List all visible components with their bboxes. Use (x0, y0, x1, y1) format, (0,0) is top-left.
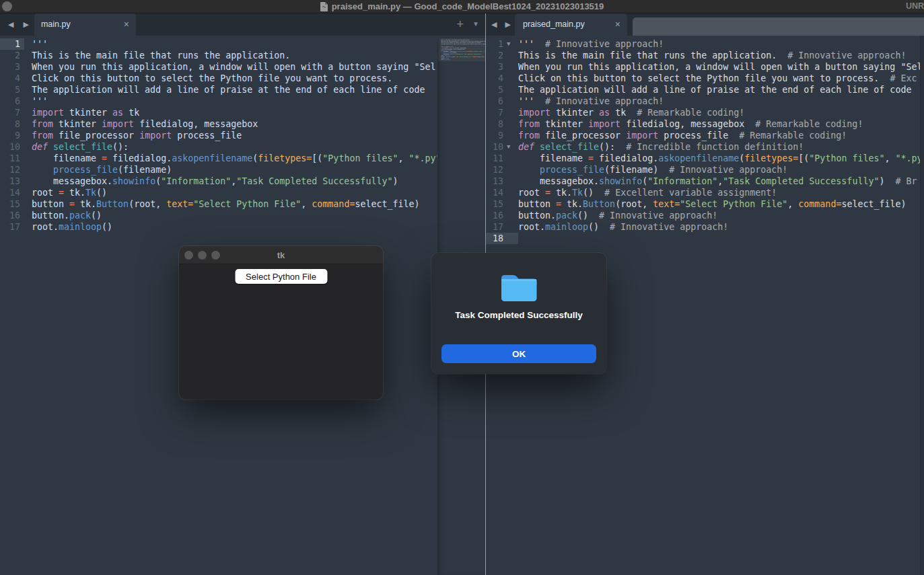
gutter-row[interactable]: 9 (486, 130, 518, 141)
line-number: 5 (0, 84, 24, 95)
code-line[interactable]: filename = filedialog.askopenfilename(fi… (32, 153, 437, 164)
code-line[interactable]: root.mainloop() (32, 221, 437, 233)
ok-button[interactable]: OK (441, 344, 596, 363)
gutter-row[interactable]: 3 (486, 61, 518, 73)
nav-back-icon[interactable]: ◀ (8, 21, 13, 28)
gutter-row[interactable]: 2 (0, 50, 24, 61)
gutter-row[interactable]: 10▼ (486, 141, 518, 153)
line-number: 11 (486, 153, 503, 164)
gutter-row[interactable]: 12 (486, 164, 518, 176)
code-line[interactable]: button.pack() # Innovative approach! (518, 210, 924, 221)
gutter-row[interactable]: 8 (486, 118, 518, 130)
code-line[interactable]: process_file(filename) # Innovative appr… (518, 164, 924, 176)
tab-praised-main-py[interactable]: praised_main.py × (515, 13, 627, 36)
code-line[interactable]: button.pack() (32, 210, 437, 221)
gutter-row[interactable]: 2 (486, 50, 518, 61)
gutter-row[interactable]: 15 (486, 198, 518, 210)
fold-spacer (503, 233, 518, 244)
code-line[interactable]: ''' # Innovative approach! (518, 38, 924, 50)
line-number: 2 (486, 50, 503, 61)
gutter-row[interactable]: 9 (0, 130, 24, 141)
gutter-row[interactable]: 15 (0, 198, 24, 210)
code-line[interactable]: The application will add a line of prais… (518, 84, 924, 95)
code-line[interactable]: button = tk.Button(root, text="Select Py… (518, 198, 924, 210)
code-line[interactable]: filename = filedialog.askopenfilename(fi… (518, 153, 924, 164)
code-line[interactable]: process_file(filename) (32, 164, 437, 176)
gutter-row[interactable]: 4 (0, 73, 24, 84)
code-line[interactable]: from file_processor import process_file … (518, 130, 924, 141)
gutter-row[interactable]: 11 (486, 153, 518, 164)
tab-close-icon[interactable]: × (124, 20, 129, 29)
nav-back-icon[interactable]: ◀ (491, 21, 497, 28)
gutter-row[interactable]: 13 (486, 176, 518, 187)
nav-forward-icon[interactable]: ▶ (505, 21, 510, 28)
gutter-row[interactable]: 4 (486, 73, 518, 84)
gutter-row[interactable]: 16 (486, 210, 518, 221)
code-line[interactable]: def select_file(): (32, 141, 437, 153)
code-line[interactable]: When you run this application, a window … (32, 61, 437, 73)
gutter-row[interactable]: 7 (0, 107, 24, 118)
gutter-row[interactable]: 1▼ (486, 38, 518, 50)
code-line[interactable]: ''' (32, 95, 437, 107)
code-line[interactable]: from tkinter import filedialog, messageb… (32, 118, 437, 130)
code-line[interactable]: The application will add a line of prais… (32, 84, 437, 95)
code-line[interactable]: When you run this application, a window … (518, 61, 924, 73)
tab-label: praised_main.py (523, 20, 615, 29)
code-line[interactable]: ''' # Innovative approach! (518, 95, 924, 107)
select-python-file-button[interactable]: Select Python File (235, 269, 327, 284)
tab-main-py[interactable]: main.py × (34, 13, 136, 36)
code-line[interactable]: from tkinter import filedialog, messageb… (518, 118, 924, 130)
gutter-row[interactable]: 10 (0, 141, 24, 153)
gutter-row[interactable]: 16 (0, 210, 24, 221)
fold-spacer (503, 95, 518, 107)
code-line[interactable]: import tkinter as tk # Remarkable coding… (518, 107, 924, 118)
code-line[interactable]: ''' (32, 38, 437, 50)
fold-arrow-icon[interactable]: ▼ (503, 38, 518, 50)
tk-titlebar[interactable]: tk (179, 246, 383, 264)
code-line[interactable]: def select_file(): # Incredible function… (518, 141, 924, 153)
gutter-row[interactable]: 3 (0, 61, 24, 73)
fold-arrow-icon[interactable]: ▼ (503, 141, 518, 153)
gutter-row[interactable]: 5 (0, 84, 24, 95)
gutter-row[interactable]: 12 (0, 164, 24, 176)
code-line[interactable]: This is the main file that runs the appl… (518, 50, 924, 61)
gutter-row[interactable]: 1 (0, 38, 24, 50)
gutter-row[interactable]: 8 (0, 118, 24, 130)
code-line[interactable]: The application will add a line of prais… (441, 44, 485, 45)
tab-close-icon[interactable]: × (615, 20, 620, 29)
nav-forward-icon[interactable]: ▶ (23, 21, 28, 28)
code-line[interactable]: import tkinter as tk (32, 107, 437, 118)
line-number: 4 (0, 73, 24, 84)
gutter-row[interactable]: 6 (486, 95, 518, 107)
code-line[interactable]: button = tk.Button(root, text="Select Py… (32, 198, 437, 210)
gutter-row[interactable]: 5 (486, 84, 518, 95)
code-line[interactable]: This is the main file that runs the appl… (32, 50, 437, 61)
code-line[interactable]: root.mainloop() # Innovative approach! (518, 221, 924, 233)
tab-list-dropdown-icon[interactable]: ▼ (472, 21, 479, 28)
code-line[interactable]: root.mainloop() (441, 59, 485, 60)
gutter-row[interactable]: 11 (0, 153, 24, 164)
alert-message: Task Completed Successfully (431, 310, 606, 320)
code-line[interactable]: root = tk.Tk() # Excellent variable assi… (518, 187, 924, 198)
gutter-row[interactable]: 14 (0, 187, 24, 198)
fold-spacer (503, 210, 518, 221)
code-text[interactable]: '''This is the main file that runs the a… (441, 38, 485, 60)
gutter-row[interactable]: 6 (0, 95, 24, 107)
code-line[interactable]: root = tk.Tk() (32, 187, 437, 198)
gutter-row[interactable]: 17 (0, 221, 24, 233)
code-line[interactable]: Click on this button to select the Pytho… (518, 73, 924, 84)
pane-right-edge (920, 36, 924, 575)
line-number: 9 (486, 130, 503, 141)
gutter-row[interactable]: 7 (486, 107, 518, 118)
code-line[interactable]: messagebox.showinfo("Information","Task … (32, 176, 437, 187)
new-tab-button[interactable]: + (457, 18, 464, 30)
code-line[interactable]: messagebox.showinfo("Information","Task … (518, 176, 924, 187)
code-line[interactable]: from file_processor import process_file (32, 130, 437, 141)
gutter-row[interactable]: 14 (486, 187, 518, 198)
gutter-row[interactable]: 17 (486, 221, 518, 233)
gutter-row[interactable]: 13 (0, 176, 24, 187)
desktop: praised_main.py — Good_code_ModelBest102… (0, 0, 924, 575)
code-line[interactable]: Click on this button to select the Pytho… (32, 73, 437, 84)
gutter-row[interactable]: 18 (486, 233, 518, 244)
code-line[interactable] (518, 233, 924, 244)
